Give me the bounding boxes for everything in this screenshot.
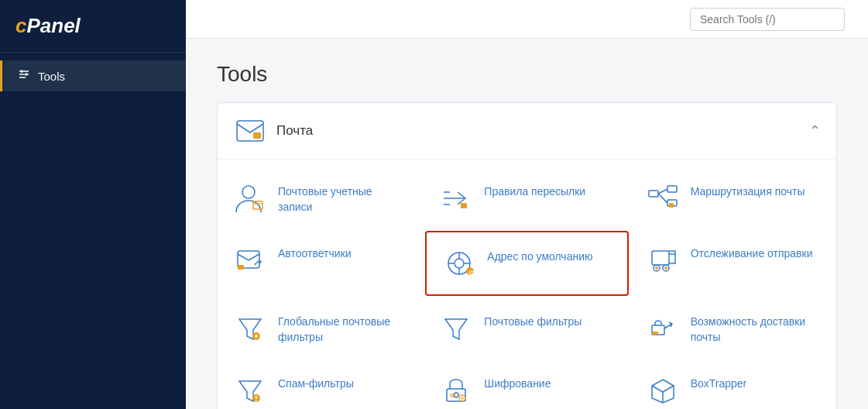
logo-area: cPanel (0, 0, 186, 53)
svg-rect-6 (253, 132, 261, 139)
tool-mail-accounts-label: Почтовые учетные записи (278, 181, 408, 215)
tool-default-address-label: Адрес по умолчанию (487, 246, 592, 265)
main-content: Tools Почта ⌃ (186, 0, 868, 409)
mail-section-header[interactable]: Почта ⌃ (218, 103, 836, 160)
tool-mail-routing[interactable]: Маршрутизация почты (630, 167, 836, 229)
svg-rect-21 (238, 265, 244, 270)
tool-mail-forwarders[interactable]: Правила пересылки (424, 167, 630, 229)
tool-encryption-label: Шифрование (484, 373, 551, 392)
tool-track-delivery-label: Отслеживание отправки (691, 243, 813, 262)
svg-line-58 (663, 386, 674, 392)
default-address-icon: @ (442, 246, 476, 280)
sidebar-item-tools[interactable]: Tools (0, 60, 186, 91)
deliverability-icon (646, 311, 680, 345)
svg-rect-15 (667, 186, 677, 192)
mail-section-header-left: Почта (233, 114, 313, 148)
tool-boxtrapper[interactable]: BoxTrapper (630, 359, 836, 409)
logo-panel: Panel (26, 14, 80, 38)
logo-c: c (15, 14, 26, 38)
mail-filters-icon (439, 311, 473, 345)
svg-rect-52 (450, 394, 456, 397)
tool-boxtrapper-label: BoxTrapper (691, 373, 747, 392)
sidebar-nav: Tools (0, 53, 186, 99)
tool-global-filters-label: Глобальные почтовые фильтры (278, 311, 408, 345)
autoresponders-icon (233, 243, 267, 277)
tool-deliverability-label: Возможность доставки почты (691, 311, 821, 345)
tool-encryption[interactable]: Шифрование (424, 359, 630, 409)
tool-global-filters[interactable]: Глобальные почтовые фильтры (218, 297, 424, 359)
cpanel-logo: cPanel (15, 14, 170, 38)
mail-section: Почта ⌃ Почтовые учетные (217, 102, 837, 409)
svg-line-18 (658, 194, 667, 203)
mail-section-title: Почта (276, 123, 313, 139)
tool-mail-forwarders-label: Правила пересылки (484, 181, 585, 200)
tool-autoresponders[interactable]: Автоответчики (218, 229, 424, 297)
svg-point-35 (655, 266, 658, 270)
tool-spam-filters-label: Спам-фильтры (278, 373, 354, 392)
sidebar-item-tools-label: Tools (38, 70, 65, 83)
tool-spam-filters[interactable]: Спам-фильтры (218, 359, 424, 409)
sidebar: cPanel Tools (0, 0, 186, 409)
search-tools-input[interactable] (690, 8, 845, 31)
svg-rect-13 (461, 203, 467, 208)
encryption-icon (439, 373, 473, 407)
svg-line-17 (658, 189, 667, 194)
tool-mail-accounts[interactable]: Почтовые учетные записи (218, 167, 424, 229)
mail-accounts-icon (233, 181, 267, 215)
tool-track-delivery[interactable]: Отслеживание отправки (630, 229, 836, 297)
tools-icon (18, 68, 30, 84)
svg-point-49 (256, 400, 257, 401)
svg-line-57 (652, 386, 663, 392)
mail-forwarders-icon (439, 181, 473, 215)
topbar (186, 0, 868, 39)
mail-section-icon (233, 114, 267, 148)
tool-mail-routing-label: Маршрутизация почты (691, 181, 805, 200)
svg-text:@: @ (468, 269, 475, 276)
svg-rect-19 (669, 203, 674, 208)
spam-filters-icon (233, 373, 267, 407)
track-delivery-icon (646, 243, 680, 277)
content-area: Tools Почта ⌃ (186, 39, 868, 409)
boxtrapper-icon (646, 373, 680, 407)
svg-rect-14 (649, 191, 658, 197)
svg-marker-40 (445, 319, 467, 339)
global-filters-icon (233, 311, 267, 345)
page-title: Tools (217, 62, 837, 87)
mail-routing-icon (646, 181, 680, 215)
tool-grid: Почтовые учетные записи Правила пересылк… (218, 160, 836, 409)
svg-rect-45 (652, 332, 658, 335)
svg-point-23 (455, 259, 464, 268)
tool-autoresponders-label: Автоответчики (278, 243, 351, 262)
chevron-up-icon: ⌃ (809, 122, 821, 139)
tool-mail-filters[interactable]: Почтовые фильтры (424, 297, 630, 359)
tool-deliverability[interactable]: Возможность доставки почты (630, 297, 836, 359)
tool-mail-filters-label: Почтовые фильтры (484, 311, 582, 330)
svg-point-7 (242, 186, 255, 198)
svg-point-34 (664, 266, 667, 270)
svg-rect-30 (652, 251, 669, 265)
tool-default-address[interactable]: @ Адрес по умолчанию (425, 231, 628, 296)
